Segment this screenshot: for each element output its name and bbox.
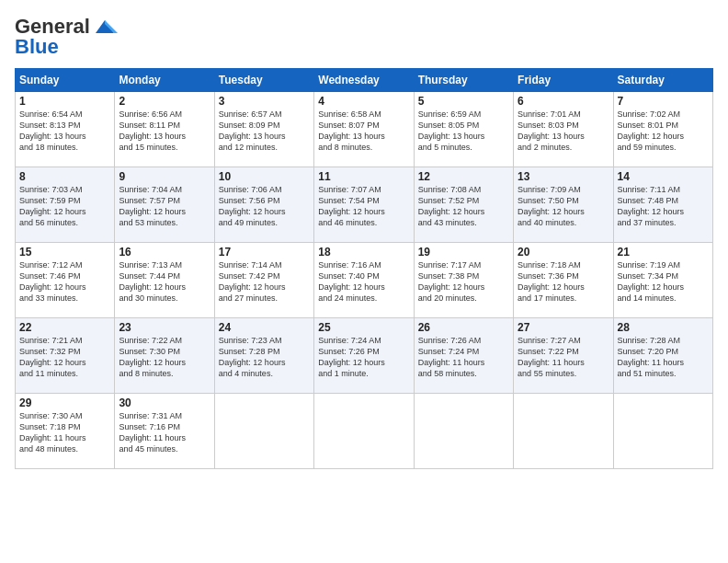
day-info: Sunrise: 7:04 AM Sunset: 7:57 PM Dayligh…	[119, 184, 210, 229]
day-number: 18	[318, 246, 409, 259]
header-tuesday: Tuesday	[214, 69, 313, 92]
calendar-cell: 18Sunrise: 7:16 AM Sunset: 7:40 PM Dayli…	[314, 243, 414, 318]
day-info: Sunrise: 7:17 AM Sunset: 7:38 PM Dayligh…	[418, 259, 509, 304]
day-number: 11	[318, 170, 409, 183]
day-info: Sunrise: 7:08 AM Sunset: 7:52 PM Dayligh…	[418, 184, 509, 229]
day-info: Sunrise: 7:18 AM Sunset: 7:36 PM Dayligh…	[518, 259, 609, 304]
day-info: Sunrise: 7:31 AM Sunset: 7:16 PM Dayligh…	[119, 410, 210, 455]
calendar-cell: 6Sunrise: 7:01 AM Sunset: 8:03 PM Daylig…	[514, 92, 613, 167]
day-info: Sunrise: 7:28 AM Sunset: 7:20 PM Dayligh…	[618, 335, 709, 380]
calendar-cell: 13Sunrise: 7:09 AM Sunset: 7:50 PM Dayli…	[514, 167, 613, 243]
calendar-cell: 1Sunrise: 6:54 AM Sunset: 8:13 PM Daylig…	[16, 92, 115, 167]
day-number: 30	[119, 396, 210, 409]
calendar-cell: 21Sunrise: 7:19 AM Sunset: 7:34 PM Dayli…	[613, 243, 712, 318]
week-row-5: 29Sunrise: 7:30 AM Sunset: 7:18 PM Dayli…	[16, 394, 713, 469]
day-number: 27	[518, 321, 609, 334]
day-number: 23	[119, 321, 210, 334]
day-number: 14	[618, 170, 709, 183]
day-number: 24	[219, 321, 310, 334]
day-info: Sunrise: 7:26 AM Sunset: 7:24 PM Dayligh…	[418, 335, 509, 380]
day-number: 15	[19, 246, 110, 259]
calendar-cell: 15Sunrise: 7:12 AM Sunset: 7:46 PM Dayli…	[16, 243, 115, 318]
calendar-cell: 22Sunrise: 7:21 AM Sunset: 7:32 PM Dayli…	[16, 318, 115, 394]
day-info: Sunrise: 7:22 AM Sunset: 7:30 PM Dayligh…	[119, 335, 210, 380]
calendar-cell: 19Sunrise: 7:17 AM Sunset: 7:38 PM Dayli…	[414, 243, 513, 318]
calendar-cell	[314, 394, 414, 469]
day-info: Sunrise: 7:07 AM Sunset: 7:54 PM Dayligh…	[318, 184, 409, 229]
calendar-cell: 27Sunrise: 7:27 AM Sunset: 7:22 PM Dayli…	[514, 318, 613, 394]
calendar-cell: 7Sunrise: 7:02 AM Sunset: 8:01 PM Daylig…	[613, 92, 712, 167]
calendar-cell	[214, 394, 313, 469]
logo-icon	[92, 17, 118, 37]
day-number: 20	[518, 246, 609, 259]
day-info: Sunrise: 7:03 AM Sunset: 7:59 PM Dayligh…	[19, 184, 110, 229]
calendar-cell: 5Sunrise: 6:59 AM Sunset: 8:05 PM Daylig…	[414, 92, 513, 167]
day-info: Sunrise: 6:54 AM Sunset: 8:13 PM Dayligh…	[19, 109, 110, 154]
day-number: 6	[518, 95, 609, 108]
day-info: Sunrise: 7:06 AM Sunset: 7:56 PM Dayligh…	[219, 184, 310, 229]
calendar-cell: 25Sunrise: 7:24 AM Sunset: 7:26 PM Dayli…	[314, 318, 414, 394]
day-info: Sunrise: 7:27 AM Sunset: 7:22 PM Dayligh…	[518, 335, 609, 380]
day-number: 12	[418, 170, 509, 183]
day-info: Sunrise: 7:16 AM Sunset: 7:40 PM Dayligh…	[318, 259, 409, 304]
calendar-cell: 16Sunrise: 7:13 AM Sunset: 7:44 PM Dayli…	[115, 243, 214, 318]
calendar-cell: 11Sunrise: 7:07 AM Sunset: 7:54 PM Dayli…	[314, 167, 414, 243]
calendar-cell: 10Sunrise: 7:06 AM Sunset: 7:56 PM Dayli…	[214, 167, 313, 243]
logo-blue: Blue	[15, 35, 59, 59]
day-info: Sunrise: 6:58 AM Sunset: 8:07 PM Dayligh…	[318, 109, 409, 154]
day-info: Sunrise: 7:19 AM Sunset: 7:34 PM Dayligh…	[618, 259, 709, 304]
day-number: 10	[219, 170, 310, 183]
day-number: 22	[19, 321, 110, 334]
day-number: 4	[318, 95, 409, 108]
header-saturday: Saturday	[613, 69, 712, 92]
calendar-cell: 29Sunrise: 7:30 AM Sunset: 7:18 PM Dayli…	[16, 394, 115, 469]
week-row-1: 1Sunrise: 6:54 AM Sunset: 8:13 PM Daylig…	[16, 92, 713, 167]
calendar-cell: 28Sunrise: 7:28 AM Sunset: 7:20 PM Dayli…	[613, 318, 712, 394]
header-thursday: Thursday	[414, 69, 513, 92]
day-info: Sunrise: 7:02 AM Sunset: 8:01 PM Dayligh…	[618, 109, 709, 154]
calendar-cell: 2Sunrise: 6:56 AM Sunset: 8:11 PM Daylig…	[115, 92, 214, 167]
day-number: 7	[618, 95, 709, 108]
week-row-4: 22Sunrise: 7:21 AM Sunset: 7:32 PM Dayli…	[16, 318, 713, 394]
day-info: Sunrise: 7:30 AM Sunset: 7:18 PM Dayligh…	[19, 410, 110, 455]
week-row-3: 15Sunrise: 7:12 AM Sunset: 7:46 PM Dayli…	[16, 243, 713, 318]
calendar-cell	[414, 394, 513, 469]
calendar-cell: 9Sunrise: 7:04 AM Sunset: 7:57 PM Daylig…	[115, 167, 214, 243]
day-info: Sunrise: 7:01 AM Sunset: 8:03 PM Dayligh…	[518, 109, 609, 154]
day-info: Sunrise: 7:13 AM Sunset: 7:44 PM Dayligh…	[119, 259, 210, 304]
day-number: 5	[418, 95, 509, 108]
header-sunday: Sunday	[16, 69, 115, 92]
day-info: Sunrise: 7:12 AM Sunset: 7:46 PM Dayligh…	[19, 259, 110, 304]
day-info: Sunrise: 7:21 AM Sunset: 7:32 PM Dayligh…	[19, 335, 110, 380]
day-info: Sunrise: 7:09 AM Sunset: 7:50 PM Dayligh…	[518, 184, 609, 229]
day-number: 29	[19, 396, 110, 409]
day-number: 19	[418, 246, 509, 259]
header-monday: Monday	[115, 69, 214, 92]
calendar-cell: 24Sunrise: 7:23 AM Sunset: 7:28 PM Dayli…	[214, 318, 313, 394]
calendar-cell: 12Sunrise: 7:08 AM Sunset: 7:52 PM Dayli…	[414, 167, 513, 243]
calendar-cell: 4Sunrise: 6:58 AM Sunset: 8:07 PM Daylig…	[314, 92, 414, 167]
calendar-cell: 3Sunrise: 6:57 AM Sunset: 8:09 PM Daylig…	[214, 92, 313, 167]
calendar-cell: 17Sunrise: 7:14 AM Sunset: 7:42 PM Dayli…	[214, 243, 313, 318]
week-row-2: 8Sunrise: 7:03 AM Sunset: 7:59 PM Daylig…	[16, 167, 713, 243]
header: General Blue	[15, 15, 713, 59]
day-info: Sunrise: 6:57 AM Sunset: 8:09 PM Dayligh…	[219, 109, 310, 154]
calendar-cell: 8Sunrise: 7:03 AM Sunset: 7:59 PM Daylig…	[16, 167, 115, 243]
day-number: 2	[119, 95, 210, 108]
calendar-cell: 14Sunrise: 7:11 AM Sunset: 7:48 PM Dayli…	[613, 167, 712, 243]
day-number: 3	[219, 95, 310, 108]
calendar-cell: 20Sunrise: 7:18 AM Sunset: 7:36 PM Dayli…	[514, 243, 613, 318]
header-wednesday: Wednesday	[314, 69, 414, 92]
day-number: 1	[19, 95, 110, 108]
header-row: SundayMondayTuesdayWednesdayThursdayFrid…	[16, 69, 713, 92]
day-number: 26	[418, 321, 509, 334]
day-number: 9	[119, 170, 210, 183]
calendar-cell: 30Sunrise: 7:31 AM Sunset: 7:16 PM Dayli…	[115, 394, 214, 469]
calendar-cell	[613, 394, 712, 469]
logo: General Blue	[15, 15, 118, 59]
calendar-cell: 26Sunrise: 7:26 AM Sunset: 7:24 PM Dayli…	[414, 318, 513, 394]
day-number: 8	[19, 170, 110, 183]
main-container: General Blue SundayMondayTuesdayWednesda…	[0, 0, 728, 477]
calendar-cell	[514, 394, 613, 469]
header-friday: Friday	[514, 69, 613, 92]
